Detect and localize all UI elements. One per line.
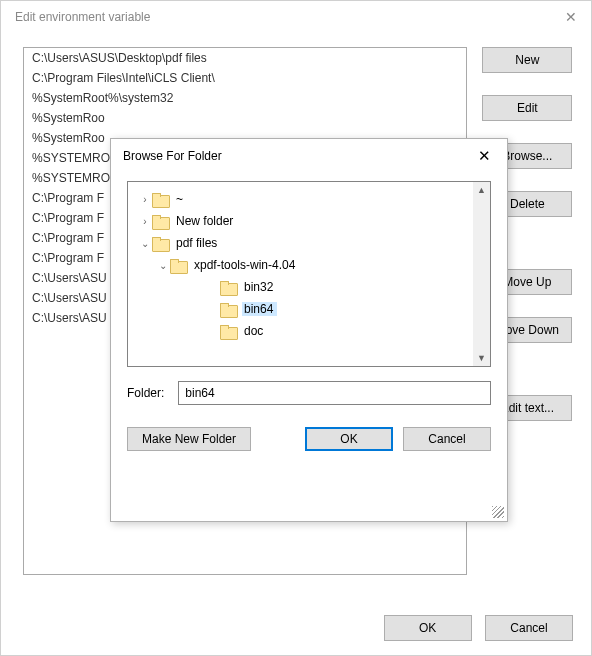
tree-item[interactable]: ›~ <box>128 188 490 210</box>
tree-item[interactable]: bin32 <box>128 276 490 298</box>
chevron-right-icon[interactable]: › <box>138 216 152 227</box>
env-path-row[interactable]: C:\Users\ASUS\Desktop\pdf files <box>24 48 466 68</box>
browse-folder-dialog: Browse For Folder ✕ ›~›New folder⌄pdf fi… <box>110 138 508 522</box>
folder-icon <box>170 259 186 272</box>
folder-tree[interactable]: ›~›New folder⌄pdf files⌄xpdf-tools-win-4… <box>127 181 491 367</box>
close-icon[interactable]: ✕ <box>474 147 495 165</box>
folder-icon <box>220 281 236 294</box>
chevron-down-icon[interactable]: ⌄ <box>138 238 152 249</box>
folder-icon <box>220 303 236 316</box>
folder-label: Folder: <box>127 386 164 400</box>
tree-item[interactable]: ⌄pdf files <box>128 232 490 254</box>
env-path-row[interactable]: %SystemRoo <box>24 108 466 128</box>
folder-icon <box>152 215 168 228</box>
modal-body: ›~›New folder⌄pdf files⌄xpdf-tools-win-4… <box>111 173 507 465</box>
resize-grip-icon[interactable] <box>492 506 504 518</box>
chevron-right-icon[interactable]: › <box>138 194 152 205</box>
close-icon[interactable]: ✕ <box>565 9 577 25</box>
parent-title: Edit environment variable <box>15 10 150 24</box>
env-path-row[interactable]: %SystemRoot%\system32 <box>24 88 466 108</box>
tree-item-label: pdf files <box>174 236 217 250</box>
modal-titlebar: Browse For Folder ✕ <box>111 139 507 173</box>
ok-button[interactable]: OK <box>384 615 472 641</box>
tree-item-label: New folder <box>174 214 233 228</box>
chevron-down-icon[interactable]: ⌄ <box>156 260 170 271</box>
cancel-button[interactable]: Cancel <box>485 615 573 641</box>
make-new-folder-button[interactable]: Make New Folder <box>127 427 251 451</box>
tree-item[interactable]: ⌄xpdf-tools-win-4.04 <box>128 254 490 276</box>
folder-icon <box>152 193 168 206</box>
folder-input[interactable] <box>178 381 491 405</box>
folder-row: Folder: <box>127 381 491 405</box>
folder-icon <box>220 325 236 338</box>
cancel-button[interactable]: Cancel <box>403 427 491 451</box>
parent-bottom-buttons: OK Cancel <box>374 615 573 641</box>
edit-button[interactable]: Edit <box>482 95 572 121</box>
parent-titlebar: Edit environment variable ✕ <box>1 1 591 33</box>
scrollbar[interactable]: ▲ ▼ <box>473 182 490 366</box>
new-button[interactable]: New <box>482 47 572 73</box>
tree-item-label: bin32 <box>242 280 273 294</box>
tree-item-label: doc <box>242 324 263 338</box>
tree-item-label: bin64 <box>242 302 277 316</box>
tree-item-label: xpdf-tools-win-4.04 <box>192 258 295 272</box>
tree-item[interactable]: doc <box>128 320 490 342</box>
ok-button[interactable]: OK <box>305 427 393 451</box>
scroll-down-icon[interactable]: ▼ <box>477 350 486 366</box>
scroll-up-icon[interactable]: ▲ <box>477 182 486 198</box>
folder-icon <box>152 237 168 250</box>
tree-item-label: ~ <box>174 192 183 206</box>
env-path-row[interactable]: C:\Program Files\Intel\iCLS Client\ <box>24 68 466 88</box>
tree-item[interactable]: bin64 <box>128 298 490 320</box>
tree-item[interactable]: ›New folder <box>128 210 490 232</box>
modal-title: Browse For Folder <box>123 149 222 163</box>
modal-buttons: Make New Folder OK Cancel <box>127 427 491 451</box>
